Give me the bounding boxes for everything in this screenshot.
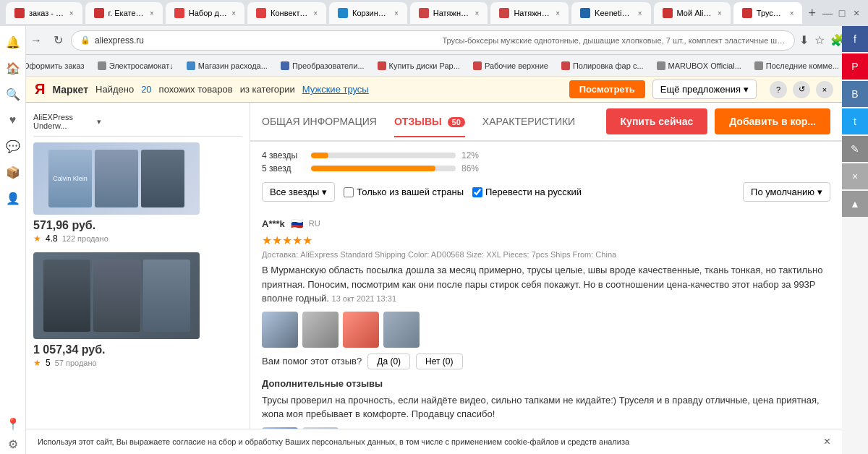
tab-7[interactable]: Натяжные по... × <box>490 2 569 24</box>
star-bar-fill-5 <box>311 166 435 171</box>
maximize-button[interactable]: □ <box>836 7 848 19</box>
helpful-yes-1[interactable]: Да (0) <box>367 354 410 369</box>
reviewer-country-1: RU <box>309 219 320 228</box>
bookmark-5[interactable]: Купить диски Рар... <box>372 60 466 72</box>
all-stars-label: Все звезды <box>270 187 319 197</box>
store-dropdown[interactable]: ▾ <box>97 117 101 127</box>
bookmark-2[interactable]: Электросамокат↓ <box>92 60 179 72</box>
review-photo-1d[interactable] <box>383 312 420 348</box>
download-icon[interactable]: ⬇ <box>799 33 809 47</box>
sidebar-icon-settings[interactable]: ⚙ <box>3 434 23 454</box>
scroll-up-button[interactable]: ▲ <box>842 191 868 217</box>
tab-8[interactable]: Keenetic Hero... × <box>571 2 650 24</box>
browser-controls: — □ × <box>822 7 862 19</box>
sidebar-icon-location[interactable]: 📍 <box>3 414 23 434</box>
bookmark-6[interactable]: Рабочие верхние <box>467 60 554 72</box>
ya-close-icon[interactable]: × <box>816 81 833 98</box>
tab-close-3[interactable]: × <box>231 9 236 17</box>
sidebar-icon-search[interactable]: 🔍 <box>3 84 23 104</box>
sidebar-icon-notifications[interactable]: 🔔 <box>3 32 23 52</box>
tab-4[interactable]: Конвектор Eq... × <box>247 2 326 24</box>
tab-6[interactable]: Натяжные по... × <box>410 2 488 24</box>
tab-close-8[interactable]: × <box>638 9 642 17</box>
buy-now-button[interactable]: Купить сейчас <box>606 108 708 134</box>
translate-checkbox[interactable] <box>472 187 482 197</box>
tab-1[interactable]: заказ - 190303 × <box>6 2 82 24</box>
sold-count-1: 122 продано <box>62 234 109 243</box>
add-to-cart-button[interactable]: Добавить в кор... <box>715 108 830 134</box>
close-window-button[interactable]: × <box>851 7 862 19</box>
tab-close-1[interactable]: × <box>69 9 74 17</box>
sidebar-icon-home[interactable]: 🏠 <box>3 58 23 78</box>
sort-label: По умолчанию <box>751 187 814 197</box>
bookmark-3[interactable]: Магазин расхода... <box>181 60 273 72</box>
ya-count-link[interactable]: 20 <box>141 84 151 95</box>
product-image-1[interactable]: Calvin Klein <box>33 142 200 215</box>
ya-help-icon[interactable]: ? <box>770 81 787 98</box>
action-buttons: Купить сейчас Добавить в кор... <box>595 103 842 140</box>
sidebar-icon-heart[interactable]: ♥ <box>3 110 23 130</box>
reload-button[interactable]: ↻ <box>49 33 67 47</box>
bookmark-4[interactable]: Преобразователи... <box>275 60 370 72</box>
twitter-share-button[interactable]: t <box>842 108 868 134</box>
product-image-2[interactable] <box>33 252 200 339</box>
tab-3[interactable]: Набор для вр... × <box>166 2 244 24</box>
bookmark-7[interactable]: Полировка фар с... <box>556 60 650 72</box>
tab-general[interactable]: ОБЩАЯ ИНФОРМАЦИЯ <box>262 107 377 137</box>
ya-refresh-icon[interactable]: ↺ <box>793 81 810 98</box>
bookmark-8[interactable]: MARUBOX Official... <box>651 60 747 72</box>
bookmark-label-6: Рабочие верхние <box>485 61 548 70</box>
review-photo-1a[interactable] <box>262 312 298 348</box>
bookmark-icon[interactable]: ☆ <box>814 33 825 47</box>
tab-2[interactable]: г. Екатеринбу... × <box>85 2 163 24</box>
pinterest-share-button[interactable]: P <box>842 53 868 80</box>
tab-close-2[interactable]: × <box>150 9 154 17</box>
helpful-label-1: Вам помог этот отзыв? <box>262 356 362 367</box>
tab-5[interactable]: Корзина – Ле... × <box>329 2 407 24</box>
forward-button[interactable]: → <box>27 34 45 47</box>
tab-10[interactable]: Трусы-бок... × <box>733 2 803 24</box>
close-social-button[interactable]: × <box>842 163 868 189</box>
all-stars-filter[interactable]: Все звезды ▾ <box>262 182 335 202</box>
tab-characteristics[interactable]: ХАРАКТЕРИСТИКИ <box>482 107 575 137</box>
vk-share-button[interactable]: B <box>842 81 868 107</box>
tab-close-10[interactable]: × <box>790 9 794 17</box>
tab-reviews[interactable]: ОТЗЫВЫ 50 <box>394 107 465 137</box>
tab-close-4[interactable]: × <box>313 9 318 17</box>
cookie-close-button[interactable]: × <box>824 435 830 448</box>
tab-close-6[interactable]: × <box>475 9 480 17</box>
tab-9[interactable]: Мой AliExpre... × <box>654 2 731 24</box>
reviews-badge: 50 <box>448 117 465 127</box>
tab-close-9[interactable]: × <box>718 9 722 17</box>
tab-close-7[interactable]: × <box>556 9 560 17</box>
ya-category-prefix: из категории <box>240 84 295 95</box>
country-filter[interactable]: Только из вашей страны <box>344 187 464 197</box>
facebook-share-button[interactable]: f <box>842 26 868 52</box>
country-checkbox[interactable] <box>344 187 354 197</box>
sort-dropdown[interactable]: По умолчанию ▾ <box>743 182 830 202</box>
edit-button[interactable]: ✎ <box>842 136 868 162</box>
minimize-button[interactable]: — <box>822 7 833 19</box>
new-tab-button[interactable]: + <box>805 6 819 21</box>
ya-more-button[interactable]: Ещё предложения ▾ <box>652 80 757 99</box>
sidebar-icon-user[interactable]: 👤 <box>3 188 23 208</box>
store-header: AliEXPress Underw... ▾ <box>33 110 242 137</box>
translate-filter[interactable]: Перевести на русский <box>472 187 582 197</box>
sidebar-icon-chat[interactable]: 💬 <box>3 136 23 156</box>
address-bar[interactable]: 🔒 aliexpress.ru Трусы-боксеры мужские од… <box>71 30 795 51</box>
tab-close-5[interactable]: × <box>394 9 399 17</box>
tab-label-1: заказ - 190303 <box>29 9 65 17</box>
star-bar-bg-4 <box>311 153 456 158</box>
ya-category-link[interactable]: Мужские трусы <box>302 84 369 95</box>
chevron-down-icon: ▾ <box>744 84 749 95</box>
helpful-no-1[interactable]: Нет (0) <box>416 354 462 369</box>
sidebar-icon-orders[interactable]: 📦 <box>3 162 23 182</box>
tabs-and-actions: ОБЩАЯ ИНФОРМАЦИЯ ОТЗЫВЫ 50 ХАРАКТЕРИСТИК… <box>250 103 842 142</box>
ya-view-button[interactable]: Посмотреть <box>569 80 645 98</box>
bookmark-9[interactable]: Последние комме... <box>749 60 845 72</box>
ya-market-label: Маркет <box>52 84 88 95</box>
review-photo-1b[interactable] <box>302 312 339 348</box>
ya-more-label: Ещё предложения <box>660 84 741 95</box>
product-price-2: 1 057,34 руб. <box>33 343 242 356</box>
review-photo-1c[interactable] <box>343 312 379 348</box>
